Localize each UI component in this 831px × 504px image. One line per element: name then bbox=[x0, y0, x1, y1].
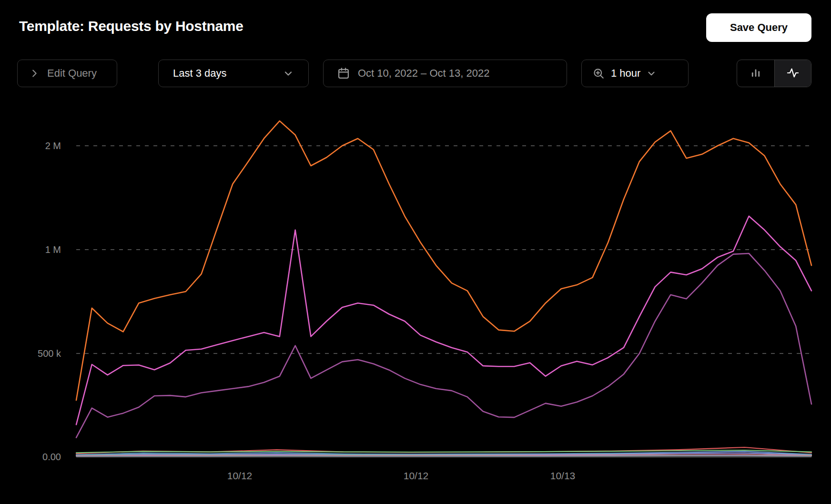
y-tick-label: 500 k bbox=[38, 348, 61, 359]
y-tick-label: 1 M bbox=[45, 244, 61, 255]
y-tick-label: 2 M bbox=[45, 141, 61, 151]
x-tick-label: 10/12 bbox=[404, 470, 429, 481]
y-tick-label: 0.00 bbox=[42, 452, 61, 462]
x-tick-label: 10/13 bbox=[550, 470, 576, 481]
x-tick-label: 10/12 bbox=[227, 470, 253, 481]
requests-line-chart: 2 M1 M500 k0.0010/1210/1210/13 bbox=[0, 0, 831, 504]
